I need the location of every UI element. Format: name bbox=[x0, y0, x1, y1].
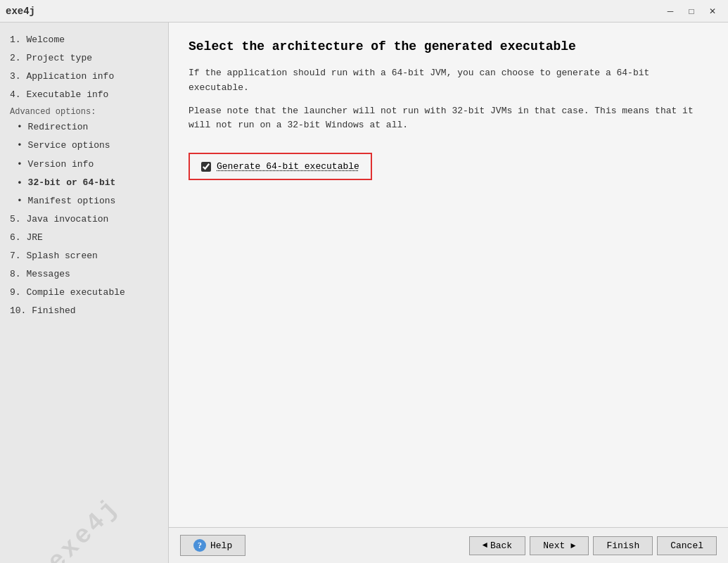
description-2: Please note that the launcher will not r… bbox=[189, 104, 708, 134]
app-icon: exe4j bbox=[6, 6, 35, 17]
help-label: Help bbox=[210, 540, 232, 551]
sidebar-item-32bit-64bit[interactable]: • 32-bit or 64-bit bbox=[7, 174, 161, 192]
sidebar-item-messages[interactable]: 8. Messages bbox=[7, 265, 161, 284]
sidebar-item-application-info[interactable]: 3. Application info bbox=[7, 68, 161, 86]
cancel-button[interactable]: Cancel bbox=[657, 536, 717, 555]
sidebar-item-welcome[interactable]: 1. Welcome bbox=[7, 31, 161, 49]
description-1: If the application should run with a 64-… bbox=[189, 66, 708, 96]
titlebar-left: exe4j bbox=[6, 6, 35, 17]
footer-right: ◄ Back Next ► Finish Cancel bbox=[469, 536, 717, 555]
titlebar-controls: ─ □ ✕ bbox=[660, 4, 722, 19]
content-body: Select the architecture of the generated… bbox=[169, 23, 728, 527]
sidebar-item-redirection[interactable]: • Redirection bbox=[7, 118, 161, 137]
sidebar: 1. Welcome 2. Project type 3. Applicatio… bbox=[0, 23, 169, 563]
content-area: Select the architecture of the generated… bbox=[169, 23, 728, 563]
footer-left: ? Help bbox=[180, 535, 245, 556]
back-arrow-icon: ◄ bbox=[483, 540, 487, 550]
sidebar-item-compile-executable[interactable]: 9. Compile executable bbox=[7, 284, 161, 302]
generate-64bit-label[interactable]: Generate 64-bit executable bbox=[217, 161, 359, 172]
finish-button[interactable]: Finish bbox=[593, 536, 653, 555]
help-button[interactable]: ? Help bbox=[180, 535, 245, 556]
sidebar-item-version-info[interactable]: • Version info bbox=[7, 156, 161, 174]
back-button[interactable]: ◄ Back bbox=[469, 536, 525, 555]
next-arrow-icon: ► bbox=[570, 541, 575, 551]
next-button[interactable]: Next ► bbox=[530, 536, 589, 555]
sidebar-item-manifest-options[interactable]: • Manifest options bbox=[7, 192, 161, 210]
back-label: Back bbox=[490, 540, 512, 551]
help-icon: ? bbox=[193, 539, 206, 552]
page-title: Select the architecture of the generated… bbox=[189, 39, 708, 53]
sidebar-item-splash-screen[interactable]: 7. Splash screen bbox=[7, 247, 161, 265]
sidebar-item-service-options[interactable]: • Service options bbox=[7, 137, 161, 155]
sidebar-item-finished[interactable]: 10. Finished bbox=[7, 302, 161, 320]
watermark: exe4j bbox=[15, 465, 154, 563]
titlebar: exe4j ─ □ ✕ bbox=[0, 0, 728, 23]
sidebar-item-jre[interactable]: 6. JRE bbox=[7, 229, 161, 247]
close-button[interactable]: ✕ bbox=[703, 4, 722, 19]
next-label: Next bbox=[543, 540, 565, 551]
sidebar-item-project-type[interactable]: 2. Project type bbox=[7, 49, 161, 68]
main-container: 1. Welcome 2. Project type 3. Applicatio… bbox=[0, 23, 728, 563]
minimize-button[interactable]: ─ bbox=[660, 4, 680, 19]
generate-64bit-container: Generate 64-bit executable bbox=[189, 153, 372, 180]
footer: ? Help ◄ Back Next ► Finish Cancel bbox=[169, 527, 728, 563]
advanced-options-label: Advanced options: bbox=[7, 104, 161, 118]
sidebar-item-java-invocation[interactable]: 5. Java invocation bbox=[7, 210, 161, 229]
generate-64bit-checkbox[interactable] bbox=[201, 162, 211, 172]
sidebar-item-executable-info[interactable]: 4. Executable info bbox=[7, 86, 161, 104]
maximize-button[interactable]: □ bbox=[682, 4, 701, 19]
